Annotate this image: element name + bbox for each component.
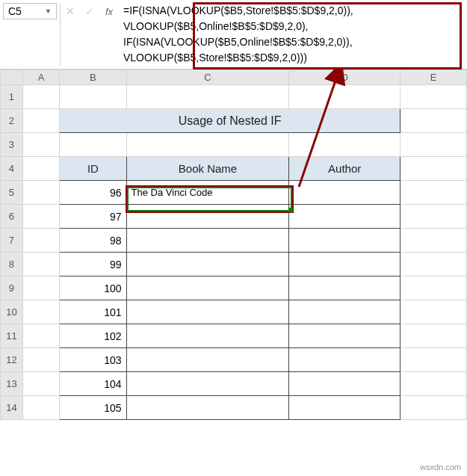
cell-id[interactable]: 102 (60, 324, 126, 348)
title-cell[interactable]: Usage of Nested IF (60, 109, 400, 133)
cell-book[interactable] (126, 348, 289, 372)
col-header[interactable]: E (400, 70, 467, 85)
chevron-down-icon[interactable]: ▼ (45, 7, 52, 15)
col-header[interactable]: B (60, 70, 126, 85)
spreadsheet-grid[interactable]: A B C D E 1 2Usage of Nested IF 3 4 ID B… (0, 69, 467, 420)
row-header[interactable]: 13 (1, 372, 23, 396)
cell-author[interactable] (289, 300, 400, 324)
row-header[interactable]: 5 (1, 181, 23, 205)
row-header[interactable]: 11 (1, 324, 23, 348)
watermark: wsxdn.com (420, 463, 461, 472)
cell-id[interactable]: 99 (60, 253, 126, 276)
cell-id[interactable]: 97 (60, 205, 126, 229)
row-header[interactable]: 14 (1, 396, 23, 420)
cell-book[interactable] (126, 300, 289, 324)
fx-icon[interactable]: fx (100, 3, 118, 19)
select-all-corner[interactable] (1, 70, 23, 85)
cell-id[interactable]: 98 (60, 229, 126, 253)
cell-id[interactable]: 103 (60, 348, 126, 372)
header-id[interactable]: ID (60, 157, 126, 181)
row-header[interactable]: 6 (1, 205, 23, 229)
cell-book[interactable] (126, 372, 289, 396)
header-book[interactable]: Book Name (126, 157, 289, 181)
cell-author[interactable] (289, 372, 400, 396)
row-header[interactable]: 2 (1, 109, 23, 133)
cell-book[interactable] (126, 324, 289, 348)
col-header[interactable]: A (22, 70, 59, 85)
row-header[interactable]: 3 (1, 133, 23, 157)
cell-book[interactable] (126, 253, 289, 276)
cell-id[interactable]: 101 (60, 300, 126, 324)
row-header[interactable]: 1 (1, 85, 23, 109)
cell-author[interactable] (289, 253, 400, 276)
header-author[interactable]: Author (289, 157, 400, 181)
row-header[interactable]: 9 (1, 276, 23, 300)
separator (60, 3, 61, 66)
cell-author[interactable] (289, 205, 400, 229)
cell-book[interactable] (126, 396, 289, 420)
cell-author[interactable] (289, 324, 400, 348)
cell-author[interactable] (289, 181, 400, 205)
cell-author[interactable] (289, 396, 400, 420)
row-header[interactable]: 4 (1, 157, 23, 181)
cell-author[interactable] (289, 276, 400, 300)
cell-book[interactable] (126, 229, 289, 253)
row-header[interactable]: 12 (1, 348, 23, 372)
cell-id[interactable]: 105 (60, 396, 126, 420)
name-box[interactable]: C5 ▼ (3, 3, 57, 19)
row-header[interactable]: 10 (1, 300, 23, 324)
row-header[interactable]: 8 (1, 253, 23, 276)
cell-author[interactable] (289, 229, 400, 253)
cell-id[interactable]: 96 (60, 181, 126, 205)
cancel-icon[interactable]: ✕ (61, 3, 79, 19)
row-header[interactable]: 7 (1, 229, 23, 253)
cell-highlight-box (126, 185, 294, 213)
enter-icon[interactable]: ✓ (81, 3, 99, 19)
cell-author[interactable] (289, 348, 400, 372)
name-box-value: C5 (8, 5, 22, 17)
cell-book[interactable] (126, 276, 289, 300)
formula-highlight-box (193, 2, 462, 69)
cell-id[interactable]: 100 (60, 276, 126, 300)
cell-id[interactable]: 104 (60, 372, 126, 396)
col-header[interactable]: D (289, 70, 400, 85)
col-header[interactable]: C (126, 70, 289, 85)
